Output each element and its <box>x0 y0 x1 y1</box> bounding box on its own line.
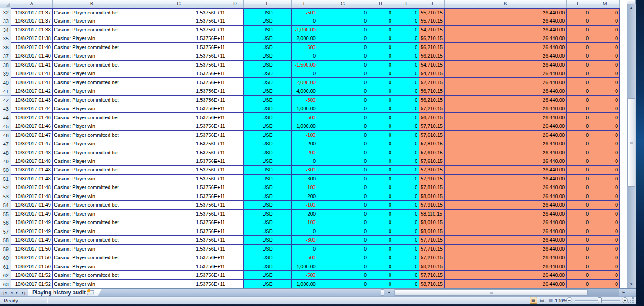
cell-description[interactable]: Casino: Player win <box>53 245 131 254</box>
cell-d[interactable] <box>227 166 244 175</box>
cell-transaction-id[interactable]: 1.53756E+11 <box>131 157 227 166</box>
cell-k[interactable]: 26,440.00 <box>445 210 567 219</box>
cell-description[interactable]: Casino: Player win <box>53 87 131 96</box>
cell-amount[interactable]: -100 <box>292 201 317 210</box>
cell-datetime[interactable]: 10/8/2017 01:47 <box>11 140 53 148</box>
cell-l[interactable]: 0 <box>567 210 590 219</box>
cell-h[interactable]: 0 <box>368 96 393 105</box>
cell-k[interactable]: 26,440.00 <box>445 236 567 245</box>
cell-amount[interactable]: -100 <box>292 183 317 192</box>
cell-m[interactable]: 0 <box>590 157 620 166</box>
cell-l[interactable]: 0 <box>567 157 590 166</box>
cell-h[interactable]: 0 <box>368 218 393 227</box>
column-header-f[interactable]: F <box>292 0 317 8</box>
cell-g[interactable]: 0 <box>317 43 368 52</box>
cell-k[interactable]: 26,440.00 <box>445 183 567 192</box>
cell-balance[interactable]: 58,010.15 <box>419 192 445 201</box>
cell-m[interactable]: 0 <box>590 218 620 227</box>
cell-m[interactable]: 0 <box>590 104 620 113</box>
cell-l[interactable]: 0 <box>567 218 590 227</box>
cell-h[interactable]: 0 <box>368 280 393 288</box>
cell-i[interactable]: 0 <box>393 26 419 35</box>
cell-g[interactable]: 0 <box>317 52 368 61</box>
cell-d[interactable] <box>227 262 244 271</box>
cell-amount[interactable]: 0 <box>292 69 317 78</box>
cell-h[interactable]: 0 <box>368 104 393 113</box>
cell-m[interactable]: 0 <box>590 262 620 271</box>
cell-i[interactable]: 0 <box>393 104 419 113</box>
cell-k[interactable]: 26,440.00 <box>445 280 567 288</box>
row-header[interactable]: 55 <box>0 210 11 219</box>
cell-d[interactable] <box>227 8 244 17</box>
cell-m[interactable]: 0 <box>590 140 620 148</box>
cell-datetime[interactable]: 10/8/2017 01:37 <box>11 17 53 26</box>
cell-i[interactable]: 0 <box>393 113 419 122</box>
cell-m[interactable]: 0 <box>590 78 620 87</box>
cell-balance[interactable]: 56,210.15 <box>419 96 445 105</box>
cell-transaction-id[interactable]: 1.53756E+11 <box>131 201 227 210</box>
cell-h[interactable]: 0 <box>368 17 393 26</box>
cell-k[interactable]: 26,440.00 <box>445 140 567 148</box>
cell-m[interactable]: 0 <box>590 210 620 219</box>
cell-l[interactable]: 0 <box>567 78 590 87</box>
cell-g[interactable]: 0 <box>317 104 368 113</box>
cell-amount[interactable]: -200 <box>292 148 317 158</box>
cell-k[interactable]: 26,440.00 <box>445 218 567 227</box>
cell-k[interactable]: 26,440.00 <box>445 87 567 96</box>
cell-balance[interactable]: 57,310.15 <box>419 166 445 175</box>
cell-description[interactable]: Casino: Player win <box>53 140 131 148</box>
cell-k[interactable]: 26,440.00 <box>445 253 567 262</box>
cell-currency[interactable]: USD <box>244 227 292 236</box>
cell-balance[interactable]: 55,710.15 <box>419 17 445 26</box>
zoom-slider-thumb[interactable] <box>598 297 602 303</box>
cell-k[interactable]: 26,440.00 <box>445 104 567 113</box>
vertical-scrollbar-thumb[interactable] <box>627 98 635 187</box>
cell-h[interactable]: 0 <box>368 87 393 96</box>
cell-description[interactable]: Casino: Player win <box>53 104 131 113</box>
cell-description[interactable]: Casino: Player committed bet <box>53 113 131 122</box>
cell-datetime[interactable]: 10/8/2017 01:50 <box>11 245 53 254</box>
cell-amount[interactable]: 2,000.00 <box>292 34 317 43</box>
row-header[interactable]: 58 <box>0 236 11 245</box>
cell-currency[interactable]: USD <box>244 26 292 35</box>
cell-m[interactable]: 0 <box>590 236 620 245</box>
cell-h[interactable]: 0 <box>368 201 393 210</box>
cell-transaction-id[interactable]: 1.53756E+11 <box>131 43 227 52</box>
cell-h[interactable]: 0 <box>368 210 393 219</box>
cell-currency[interactable]: USD <box>244 183 292 192</box>
cell-datetime[interactable]: 10/8/2017 01:37 <box>11 8 53 17</box>
cell-h[interactable]: 0 <box>368 183 393 192</box>
cell-amount[interactable]: 600 <box>292 175 317 184</box>
cell-transaction-id[interactable]: 1.53756E+11 <box>131 122 227 131</box>
cell-g[interactable]: 0 <box>317 183 368 192</box>
last-sheet-icon[interactable]: ►| <box>21 291 25 295</box>
cell-datetime[interactable]: 10/8/2017 01:42 <box>11 87 53 96</box>
scroll-down-icon[interactable]: ▼ <box>627 280 636 288</box>
cell-g[interactable]: 0 <box>317 8 368 17</box>
cell-g[interactable]: 0 <box>317 26 368 35</box>
cell-transaction-id[interactable]: 1.53756E+11 <box>131 61 227 70</box>
cell-d[interactable] <box>227 113 244 122</box>
cell-h[interactable]: 0 <box>368 148 393 158</box>
cell-d[interactable] <box>227 104 244 113</box>
cell-transaction-id[interactable]: 1.53756E+11 <box>131 131 227 140</box>
cell-balance[interactable]: 58,010.15 <box>419 218 445 227</box>
cell-amount[interactable]: 1,000.00 <box>292 104 317 113</box>
cell-datetime[interactable]: 10/8/2017 01:41 <box>11 69 53 78</box>
column-header-h[interactable]: H <box>368 0 393 8</box>
cell-l[interactable]: 0 <box>567 262 590 271</box>
cell-datetime[interactable]: 10/8/2017 01:48 <box>11 175 53 184</box>
cell-g[interactable]: 0 <box>317 201 368 210</box>
column-header-e[interactable]: E <box>244 0 292 8</box>
cell-currency[interactable]: USD <box>244 148 292 158</box>
cell-l[interactable]: 0 <box>567 192 590 201</box>
cell-i[interactable]: 0 <box>393 96 419 105</box>
cell-currency[interactable]: USD <box>244 236 292 245</box>
cell-balance[interactable]: 57,610.15 <box>419 148 445 158</box>
cell-k[interactable]: 26,440.00 <box>445 245 567 254</box>
row-header[interactable]: 57 <box>0 227 11 236</box>
cell-d[interactable] <box>227 131 244 140</box>
cell-amount[interactable]: 4,000.00 <box>292 87 317 96</box>
cell-m[interactable]: 0 <box>590 271 620 280</box>
cell-currency[interactable]: USD <box>244 87 292 96</box>
